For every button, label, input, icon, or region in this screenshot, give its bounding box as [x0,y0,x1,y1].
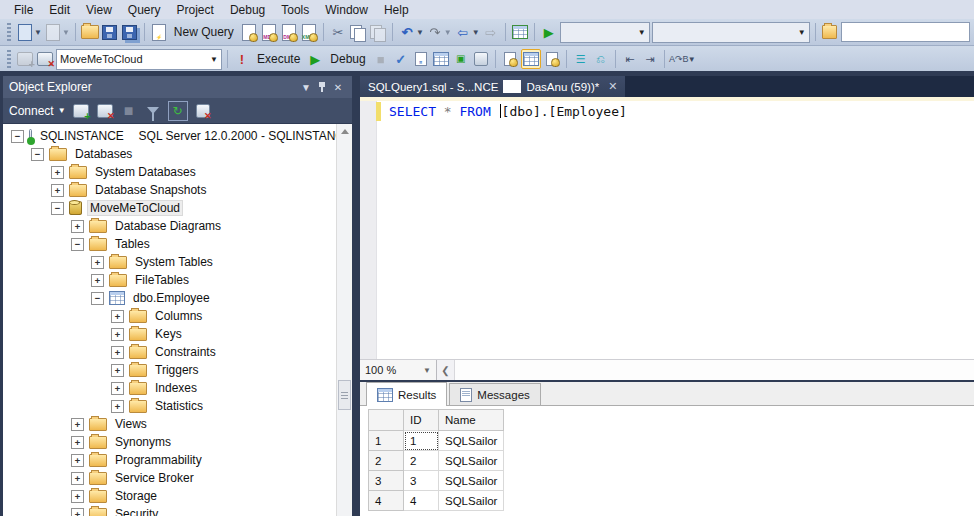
query-editor[interactable]: SELECT * FROM [dbo].[Employee] [360,101,974,359]
tree-item-filetables[interactable]: +FileTables [3,271,352,289]
tree-item-dbo-employee[interactable]: −dbo.Employee [3,289,352,307]
stop-service-icon[interactable] [194,102,212,120]
expand-icon[interactable]: + [91,274,104,287]
available-databases-combobox[interactable]: MoveMeToCloud▼ [56,49,222,70]
menu-help[interactable]: Help [376,1,417,19]
tree-item-views[interactable]: +Views [3,415,352,433]
debug-process-combobox[interactable]: ▼ [560,22,650,43]
grid-column-header-name[interactable]: Name [439,410,504,431]
tree-item-label[interactable]: Storage [112,488,160,504]
tree-item-keys[interactable]: +Keys [3,325,352,343]
grid-cell[interactable]: SQLSailor [439,491,504,511]
tree-item-system-tables[interactable]: +System Tables [3,253,352,271]
tree-item-label[interactable]: Tables [112,236,153,252]
tree-item-label[interactable]: Triggers [152,362,202,378]
collapse-icon[interactable]: − [91,292,104,305]
save-icon[interactable] [101,23,119,41]
tree-item-label[interactable]: Indexes [152,380,200,396]
tree-item-label[interactable]: Statistics [152,398,206,414]
filter-icon[interactable] [144,102,162,120]
code-line[interactable]: SELECT * FROM [dbo].[Employee] [377,101,627,359]
menu-query[interactable]: Query [120,1,169,19]
grid-cell[interactable]: SQLSailor [439,451,504,471]
tab-messages[interactable]: Messages [449,383,540,405]
expand-icon[interactable]: + [51,184,64,197]
tree-item-triggers[interactable]: +Triggers [3,361,352,379]
horizontal-scrollbar[interactable] [455,360,974,380]
comment-icon[interactable]: ☰ [572,50,590,68]
find-in-files-icon[interactable] [821,23,839,41]
open-file-icon[interactable] [81,23,99,41]
navigate-backward-icon[interactable]: ⇦ [454,23,472,41]
cut-icon[interactable]: ✂ [329,23,347,41]
scroll-up-icon[interactable] [337,124,352,139]
grid-row-header[interactable]: 3 [369,471,404,491]
disconnect-server-icon[interactable] [96,102,114,120]
results-grid[interactable]: IDName11SQLSailor22SQLSailor33SQLSailor4… [360,406,974,516]
dmx-query-icon[interactable]: DMX [280,23,298,41]
chevron-down-icon[interactable]: ▼ [416,28,424,37]
change-connection-icon[interactable] [36,50,54,68]
tree-item-sqlinstance[interactable]: −SQLINSTANCESQL Server 12.0.2000 - SQLIN… [3,127,352,145]
tree-item-label[interactable]: Databases [72,146,135,162]
execute-button[interactable]: Execute [253,52,304,66]
tree-scrollbar[interactable] [336,124,352,516]
uncomment-icon[interactable]: ⎌ [592,50,610,68]
tree-item-label[interactable]: dbo.Employee [130,290,213,306]
tree-item-label[interactable]: Constraints [152,344,219,360]
execute-icon[interactable]: ! [233,50,251,68]
tree-item-storage[interactable]: +Storage [3,487,352,505]
template-parameters-icon[interactable]: A↷B [670,50,688,68]
increase-indent-icon[interactable]: ⇥ [641,50,659,68]
tab-results[interactable]: Results [366,382,447,406]
tree-item-statistics[interactable]: +Statistics [3,397,352,415]
menu-project[interactable]: Project [169,1,222,19]
grid-cell[interactable]: SQLSailor [439,431,504,451]
expand-icon[interactable]: + [91,256,104,269]
close-icon[interactable]: ✕ [330,82,346,93]
collapse-icon[interactable]: − [31,148,44,161]
activity-monitor-icon[interactable] [511,23,529,41]
collapse-icon[interactable]: − [51,202,64,215]
toolbar-grip[interactable] [7,23,11,41]
new-project-icon[interactable] [16,23,34,41]
tree-item-label[interactable]: SQLINSTANCE [37,128,127,144]
tree-item-label[interactable]: Views [112,416,150,432]
scroll-left-icon[interactable]: ❮ [437,360,455,380]
expand-icon[interactable]: + [71,490,84,503]
toolbar-grip[interactable] [7,50,11,68]
grid-row-header[interactable]: 4 [369,491,404,511]
tree-item-programmability[interactable]: +Programmability [3,451,352,469]
expand-icon[interactable]: + [71,472,84,485]
copy-icon[interactable] [349,23,367,41]
menu-view[interactable]: View [78,1,120,19]
menu-debug[interactable]: Debug [222,1,273,19]
debug-button[interactable]: Debug [326,52,369,66]
tree-item-databases[interactable]: −Databases [3,145,352,163]
tree-item-database-diagrams[interactable]: +Database Diagrams [3,217,352,235]
xmla-query-icon[interactable]: XMLA [300,23,318,41]
results-to-grid-icon[interactable] [521,49,541,69]
zoom-combobox[interactable]: 100 %▼ [360,360,437,380]
database-engine-query-icon[interactable] [240,23,258,41]
grid-cell[interactable]: SQLSailor [439,471,504,491]
tree-item-system-databases[interactable]: +System Databases [3,163,352,181]
expand-icon[interactable]: + [71,418,84,431]
connect-server-icon[interactable] [72,102,90,120]
client-statistics-icon[interactable] [472,50,490,68]
menu-file[interactable]: File [6,1,41,19]
tree-item-label[interactable]: Synonyms [112,434,174,450]
tree-item-movemetocloud[interactable]: −MoveMeToCloud [3,199,352,217]
tree-item-label[interactable]: Columns [152,308,205,324]
pin-icon[interactable] [314,81,330,94]
tree-item-service-broker[interactable]: +Service Broker [3,469,352,487]
tree-item-indexes[interactable]: +Indexes [3,379,352,397]
tree-item-label[interactable]: Database Diagrams [112,218,224,234]
expand-icon[interactable]: + [71,436,84,449]
chevron-down-icon[interactable]: ▼ [34,28,42,37]
expand-icon[interactable]: + [111,328,124,341]
grid-row-header[interactable]: 1 [369,431,404,451]
query-options-icon[interactable] [432,50,450,68]
tree-item-label[interactable]: Security [112,506,161,516]
tree-item-columns[interactable]: +Columns [3,307,352,325]
